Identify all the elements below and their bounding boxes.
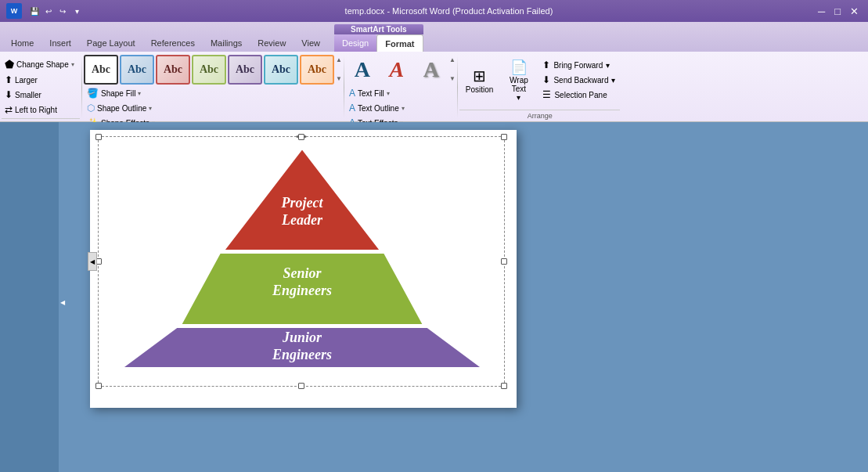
text-fill-dropdown[interactable]: ▾ — [387, 90, 390, 97]
divider-3 — [457, 56, 458, 118]
minimize-btn[interactable]: ─ — [815, 5, 828, 17]
send-backward-icon: ⬇ — [542, 74, 550, 85]
wordart-a3-icon: A — [423, 57, 439, 82]
left-sidebar: ◀ — [0, 122, 59, 472]
change-shape-dropdown[interactable]: ▾ — [71, 61, 74, 68]
panel-collapse-arrow[interactable]: ◀ — [59, 294, 67, 312]
title-bar: W 💾 ↩ ↪ ▾ temp.docx - Microsoft Word (Pr… — [0, 0, 868, 22]
undo-icon[interactable]: ↩ — [42, 5, 55, 17]
tab-mailings[interactable]: Mailings — [203, 34, 250, 52]
tab-home[interactable]: Home — [3, 34, 41, 52]
tab-page-layout[interactable]: Page Layout — [79, 34, 143, 52]
tab-design[interactable]: Design — [334, 34, 376, 52]
selection-pane-btn[interactable]: ☰ Selection Pane — [538, 88, 620, 102]
send-backward-dropdown[interactable]: ▾ — [611, 76, 615, 85]
tab-review[interactable]: Review — [250, 34, 294, 52]
resize-handle-tm[interactable] — [298, 134, 304, 140]
expand-up-icon[interactable]: ▲ — [336, 56, 342, 64]
wordart-expand-down[interactable]: ▼ — [449, 75, 456, 83]
smartart-expand-left[interactable]: ◀ — [88, 252, 97, 271]
ltr-btn[interactable]: ⇄ Left to Right — [2, 103, 80, 117]
shape-fill-btn[interactable]: 🪣 Shape Fill ▾ — [84, 86, 342, 100]
word-icon: W — [6, 3, 22, 19]
arrange-group: ⊞ Position 📄 WrapText ▾ ⬆ Bring Forward … — [459, 53, 621, 121]
bring-forward-btn[interactable]: ⬆ Bring Forward ▾ — [538, 58, 620, 72]
smaller-icon: ⬇ — [5, 89, 13, 100]
change-shape-buttons: ⬟ Change Shape ▾ ⬆ Larger ⬇ Smaller ⇄ Le… — [2, 56, 80, 117]
wordart-btn-2[interactable]: A — [380, 55, 413, 85]
divider-1 — [81, 56, 82, 118]
change-shape-label: Change Shape — [16, 60, 69, 69]
wrap-text-icon: 📄 — [510, 59, 528, 76]
tab-format[interactable]: Format — [376, 34, 423, 52]
svg-text:Engineers: Engineers — [272, 347, 332, 362]
shape-style-btn-3[interactable]: Abc — [156, 55, 190, 85]
qa-dropdown-icon[interactable]: ▾ — [70, 5, 83, 17]
shape-style-btn-1[interactable]: Abc — [84, 55, 118, 85]
change-shape-group: ⬟ Change Shape ▾ ⬆ Larger ⬇ Smaller ⇄ Le… — [2, 53, 80, 121]
smartart-selection-frame[interactable]: ◀ Project Leader Senior Engineers Junior — [98, 136, 505, 387]
bring-forward-icon: ⬆ — [542, 59, 550, 70]
wordart-expand-up[interactable]: ▲ — [449, 56, 456, 64]
window-title: temp.docx - Microsoft Word (Product Acti… — [83, 6, 815, 16]
wrap-text-label: WrapText — [510, 76, 528, 93]
shape-style-btn-6[interactable]: Abc — [264, 55, 298, 85]
title-bar-left: W 💾 ↩ ↪ ▾ — [6, 3, 83, 19]
wrap-text-btn[interactable]: 📄 WrapText ▾ — [501, 56, 536, 103]
resize-handle-tl[interactable] — [95, 134, 102, 140]
resize-handle-br[interactable] — [501, 383, 507, 389]
text-fill-label: Text Fill — [358, 89, 384, 98]
shape-style-btn-7[interactable]: Abc — [300, 55, 334, 85]
ltr-icon: ⇄ — [5, 104, 13, 115]
expand-down-icon[interactable]: ▼ — [336, 75, 342, 83]
shape-outline-dropdown[interactable]: ▾ — [149, 105, 152, 112]
shape-fill-dropdown[interactable]: ▾ — [138, 90, 141, 97]
maximize-btn[interactable]: □ — [831, 5, 844, 17]
svg-text:Senior: Senior — [283, 265, 322, 281]
ribbon: ⬟ Change Shape ▾ ⬆ Larger ⬇ Smaller ⇄ Le… — [0, 52, 868, 122]
close-btn[interactable]: ✕ — [847, 5, 862, 17]
wordart-expand[interactable]: ▲ ▼ — [449, 55, 456, 85]
change-shape-btn[interactable]: ⬟ Change Shape ▾ — [2, 56, 80, 72]
resize-handle-bl[interactable] — [95, 383, 102, 389]
wrap-text-dropdown[interactable]: ▾ — [517, 93, 520, 102]
smartart-tools-label: SmartArt Tools — [334, 24, 423, 34]
shape-style-btn-2[interactable]: Abc — [120, 55, 154, 85]
send-backward-btn[interactable]: ⬇ Send Backward ▾ — [538, 73, 620, 87]
arrange-group-label: Arrange — [459, 110, 621, 121]
position-btn[interactable]: ⊞ Position — [459, 56, 500, 103]
svg-text:Project: Project — [281, 195, 324, 211]
resize-handle-mr[interactable] — [501, 258, 507, 265]
shape-outline-btn[interactable]: ⬡ Shape Outline ▾ — [84, 101, 342, 115]
tab-view[interactable]: View — [294, 34, 328, 52]
shape-style-btn-5[interactable]: Abc — [228, 55, 262, 85]
text-outline-btn[interactable]: A Text Outline ▾ — [346, 101, 456, 115]
smartart-tools-group: SmartArt Tools Design Format — [334, 24, 423, 52]
larger-btn[interactable]: ⬆ Larger — [2, 73, 80, 87]
save-icon[interactable]: 💾 — [28, 5, 41, 17]
text-outline-label: Text Outline — [358, 104, 399, 113]
change-shape-icon: ⬟ — [5, 58, 14, 70]
smaller-label: Smaller — [15, 91, 41, 99]
tab-insert[interactable]: Insert — [41, 34, 79, 52]
wordart-btn-3[interactable]: A — [415, 55, 448, 85]
divider-2 — [344, 56, 344, 118]
bring-forward-dropdown[interactable]: ▾ — [606, 61, 610, 70]
document-area: ◀ ◀ — [0, 122, 868, 472]
tab-references[interactable]: References — [143, 34, 203, 52]
quick-access-toolbar: 💾 ↩ ↪ ▾ — [28, 5, 83, 17]
pyramid-svg: Project Leader Senior Engineers Junior E… — [99, 137, 506, 380]
svg-text:Junior: Junior — [282, 330, 322, 345]
resize-handle-bm[interactable] — [298, 383, 304, 389]
smaller-btn[interactable]: ⬇ Smaller — [2, 88, 80, 102]
resize-handle-tr[interactable] — [501, 134, 507, 140]
wordart-btn-1[interactable]: A — [346, 55, 379, 85]
bring-forward-label: Bring Forward — [553, 61, 603, 70]
text-fill-btn[interactable]: A Text Fill ▾ — [346, 86, 456, 100]
ltr-label: Left to Right — [15, 106, 57, 114]
shape-outline-icon: ⬡ — [87, 103, 95, 113]
text-outline-dropdown[interactable]: ▾ — [402, 105, 405, 112]
redo-icon[interactable]: ↪ — [56, 5, 69, 17]
shape-style-btn-4[interactable]: Abc — [192, 55, 226, 85]
shape-styles-expand[interactable]: ▲ ▼ — [336, 55, 342, 85]
